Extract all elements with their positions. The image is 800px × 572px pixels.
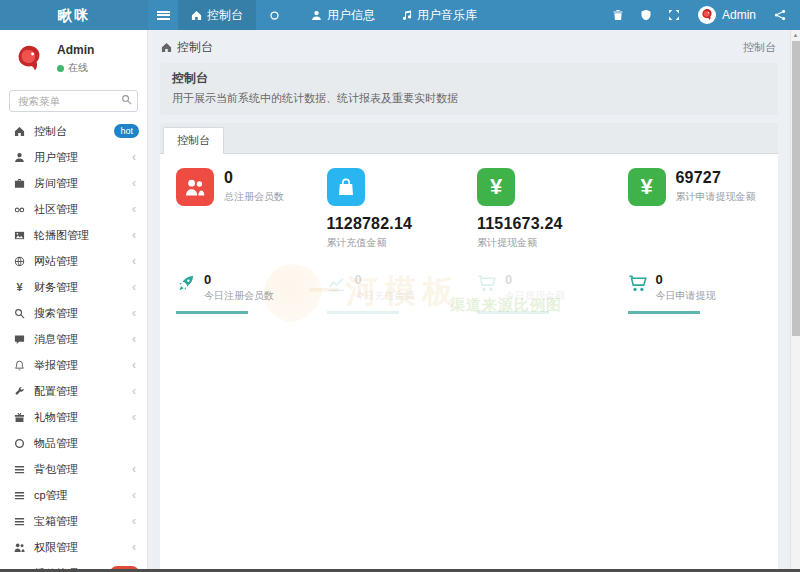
stat-card-total-members: 0 总注册会员数 [168,168,319,260]
secondary-stats-row: 0 今日注册会员数 0 今日充值金额 [168,272,770,314]
primary-stats-row: 0 总注册会员数 1128782.14 累计充值金额 ¥ 1151673.24 … [168,168,770,260]
sidebar-item-search[interactable]: 搜索管理‹ [0,300,147,326]
sidebar-item-label: 权限管理 [34,540,78,555]
sidebar-item-label: 背包管理 [34,462,78,477]
navbar-right: Admin [604,0,800,30]
sidebar-item-console[interactable]: 控制台hot [0,118,147,144]
sidebar-item-label: cp管理 [34,488,68,503]
dashboard-panel: 0 总注册会员数 1128782.14 累计充值金额 ¥ 1151673.24 … [160,154,778,572]
gift-icon [13,412,26,423]
fullscreen-button[interactable] [660,0,688,30]
sidebar-item-rooms[interactable]: 房间管理‹ [0,170,147,196]
nav-item-label: 用户音乐库 [417,7,477,24]
sidebar-item-finance[interactable]: ¥财务管理‹ [0,274,147,300]
stat-value: 1151673.24 [477,215,612,233]
fullscreen-icon [668,9,680,21]
bird-logo-icon [11,41,47,77]
music-icon [401,10,412,21]
user-menu[interactable]: Admin [688,6,766,24]
breadcrumb[interactable]: 控制台 [743,40,776,55]
sidebar-item-cp[interactable]: cp管理‹ [0,482,147,508]
sidebar-item-carousel[interactable]: 轮播图管理‹ [0,222,147,248]
chevron-left-icon: ‹ [132,489,139,501]
line-chart-icon [327,274,346,293]
hamburger-icon [157,11,170,20]
mini-stat-today-recharge: 0 今日充值金额 [319,272,470,314]
sidebar-item-website[interactable]: 网站管理‹ [0,248,147,274]
sidebar-item-config[interactable]: 配置管理‹ [0,378,147,404]
nav-item-label: 控制台 [207,7,243,24]
wrench-icon [13,386,26,397]
briefcase-icon [13,178,26,189]
sidebar-item-permissions[interactable]: 权限管理‹ [0,534,147,560]
circleo-icon [13,438,26,449]
sidebar-item-community[interactable]: 社区管理‹ [0,196,147,222]
app-logo[interactable]: 瞅咪 [0,0,148,30]
sidebar-item-label: 物品管理 [34,436,78,451]
person-icon [311,10,322,21]
chevron-left-icon: ‹ [132,515,139,527]
top-navbar: 瞅咪 控制台 用户信息 用户音乐库 Admin [0,0,800,30]
nav-item-circle[interactable] [256,0,298,30]
sidebar-item-users[interactable]: 用户管理‹ [0,144,147,170]
sidebar-item-label: 宝箱管理 [34,514,78,529]
mini-stat-today-requests: 0 今日申请提现 [620,272,771,314]
nav-item-user-music[interactable]: 用户音乐库 [388,0,490,30]
sidebar-toggle-button[interactable] [148,0,178,30]
user-status: 在线 [57,61,94,75]
stat-underline [628,311,700,314]
globe-icon [13,256,26,267]
search-icon[interactable] [121,94,132,105]
share-button[interactable] [766,0,794,30]
stat-underline [176,311,248,314]
chevron-left-icon: ‹ [132,307,139,319]
circle-icon [269,10,280,21]
stat-label: 今日充值金额 [355,289,415,303]
sidebar-item-label: 配置管理 [34,384,78,399]
stat-label: 今日注册会员数 [204,289,274,303]
stat-label: 总注册会员数 [224,190,284,204]
avatar [10,40,48,78]
top-nav-items: 控制台 用户信息 用户音乐库 [178,0,490,30]
sidebar-item-messages[interactable]: 消息管理‹ [0,326,147,352]
stat-card-total-withdraw: ¥ 1151673.24 累计提现金额 [469,168,620,260]
sidebar-item-label: 搜索管理 [34,306,78,321]
sidebar-item-label: 轮播图管理 [34,228,89,243]
chevron-left-icon: ‹ [132,411,139,423]
scrollbar-thumb[interactable] [792,41,800,336]
chevron-left-icon: ‹ [132,281,139,293]
search-input[interactable] [9,90,138,112]
stat-label: 累计提现金额 [477,236,612,250]
stat-underline [477,311,549,314]
shield-button[interactable] [632,0,660,30]
stat-value: 0 [355,272,415,287]
nav-item-console[interactable]: 控制台 [178,0,256,30]
nav-item-label: 用户信息 [327,7,375,24]
sidebar-item-label: 控制台 [34,124,67,139]
scroll-up-icon[interactable]: ▲ [791,30,800,40]
page-title: 控制台 [161,39,213,56]
sidebar-item-chest[interactable]: 宝箱管理‹ [0,508,147,534]
sidebar-item-label: 网站管理 [34,254,78,269]
sidebar-item-label: 举报管理 [34,358,78,373]
chevron-left-icon: ‹ [132,229,139,241]
chevron-left-icon: ‹ [132,151,139,163]
sidebar-item-label: 礼物管理 [34,410,78,425]
sidebar: Admin 在线 控制台hot用户管理‹房间管理‹社区管理‹轮播图管理‹网站管理… [0,30,148,572]
tab-bar: 控制台 [160,123,778,154]
sidebar-menu: 控制台hot用户管理‹房间管理‹社区管理‹轮播图管理‹网站管理‹¥财务管理‹搜索… [0,118,147,572]
stat-value: 0 [656,272,716,287]
stat-card-withdraw-requests: ¥ 69727 累计申请提现金额 [620,168,771,260]
sidebar-item-label: 社区管理 [34,202,78,217]
sidebar-item-goods[interactable]: 物品管理 [0,430,147,456]
sidebar-item-gifts[interactable]: 礼物管理‹ [0,404,147,430]
trash-button[interactable] [604,0,632,30]
callout-panel: 控制台 用于展示当前系统中的统计数据、统计报表及重要实时数据 [160,63,778,115]
sidebar-item-backpack[interactable]: 背包管理‹ [0,456,147,482]
vertical-scrollbar[interactable]: ▲ [790,30,800,569]
sidebar-item-reports[interactable]: 举报管理‹ [0,352,147,378]
stat-value: 0 [204,272,274,287]
nav-item-user-info[interactable]: 用户信息 [298,0,388,30]
tab-console[interactable]: 控制台 [163,127,224,154]
list-icon [13,516,26,527]
